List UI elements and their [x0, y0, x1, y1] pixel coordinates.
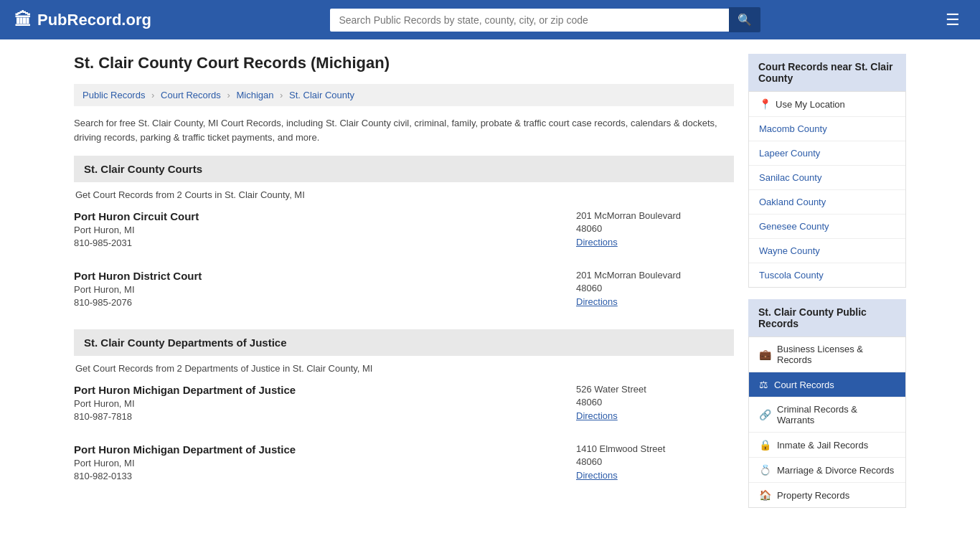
court-entry-2-name: Port Huron District Court: [74, 270, 576, 282]
justice-entry-1-left: Port Huron Michigan Department of Justic…: [74, 384, 576, 422]
lock-icon: 🔒: [759, 439, 771, 451]
site-logo[interactable]: 🏛 PubRecord.org: [14, 10, 151, 30]
justice-entry-1-address: 526 Water Street: [576, 384, 734, 395]
sidebar-marriage-records[interactable]: 💍 Marriage & Divorce Records: [749, 458, 905, 483]
court-entry-1-address: 201 McMorran Boulevard: [576, 210, 734, 221]
sidebar-criminal-records[interactable]: 🔗 Criminal Records & Warrants: [749, 397, 905, 433]
briefcase-icon: 💼: [759, 349, 771, 360]
nearby-lapeer[interactable]: Lapeer County: [749, 141, 905, 166]
breadcrumb-sep-1: ›: [151, 90, 154, 100]
inmate-records-label: Inmate & Jail Records: [777, 440, 895, 451]
breadcrumb-michigan[interactable]: Michigan: [236, 90, 273, 100]
use-location-label: Use My Location: [776, 99, 845, 110]
breadcrumb-court-records[interactable]: Court Records: [161, 90, 221, 100]
sidebar-court-records[interactable]: ⚖ Court Records: [749, 372, 905, 397]
nearby-genesee[interactable]: Genesee County: [749, 215, 905, 239]
scales-icon: ⚖: [759, 379, 768, 390]
court-records-label: Court Records: [774, 380, 895, 390]
court-entry-2-zip: 48060: [576, 283, 734, 293]
court-entry-1-left: Port Huron Circuit Court Port Huron, MI …: [74, 210, 576, 248]
criminal-records-label: Criminal Records & Warrants: [777, 404, 895, 425]
justice-entry-2-address: 1410 Elmwood Street: [576, 443, 734, 454]
court-entry-1-zip: 48060: [576, 223, 734, 234]
ring-icon: 💍: [759, 464, 771, 476]
main-container: St. Clair County Court Records (Michigan…: [60, 39, 920, 534]
sidebar: Court Records near St. Clair County 📍 Us…: [748, 54, 906, 519]
sidebar-property-records[interactable]: 🏠 Property Records: [749, 483, 905, 507]
marriage-records-label: Marriage & Divorce Records: [777, 465, 895, 476]
justice-entry-1-directions[interactable]: Directions: [576, 410, 618, 421]
court-entry-1-right: 201 McMorran Boulevard 48060 Directions: [576, 210, 734, 248]
link-icon: 🔗: [759, 409, 771, 420]
justice-entry-1-name: Port Huron Michigan Department of Justic…: [74, 384, 576, 396]
court-entry-2-address: 201 McMorran Boulevard: [576, 270, 734, 281]
court-entry-1-name: Port Huron Circuit Court: [74, 210, 576, 222]
sidebar-business-licenses[interactable]: 💼 Business Licenses & Records: [749, 337, 905, 372]
breadcrumb-sep-2: ›: [227, 90, 230, 100]
court-entry-1-city: Port Huron, MI: [74, 225, 576, 235]
nearby-macomb[interactable]: Macomb County: [749, 117, 905, 141]
search-icon: 🔍: [738, 14, 752, 26]
court-entry-2-right: 201 McMorran Boulevard 48060 Directions: [576, 270, 734, 308]
justice-section-header: St. Clair County Departments of Justice: [74, 329, 734, 356]
nearby-sanilac[interactable]: Sanilac County: [749, 166, 905, 190]
justice-entry-2-zip: 48060: [576, 456, 734, 467]
justice-entry-2-right: 1410 Elmwood Street 48060 Directions: [576, 443, 734, 481]
nearby-header: Court Records near St. Clair County: [748, 54, 906, 91]
court-entry-2-left: Port Huron District Court Port Huron, MI…: [74, 270, 576, 308]
court-entry-2: Port Huron District Court Port Huron, MI…: [74, 270, 734, 315]
nearby-wayne[interactable]: Wayne County: [749, 239, 905, 263]
court-entry-2-directions[interactable]: Directions: [576, 296, 618, 307]
page-description: Search for free St. Clair County, MI Cou…: [74, 116, 734, 144]
justice-entry-1: Port Huron Michigan Department of Justic…: [74, 384, 734, 429]
business-licenses-label: Business Licenses & Records: [777, 344, 895, 365]
public-records-header: St. Clair County Public Records: [748, 299, 906, 336]
court-entry-1-phone: 810-985-2031: [74, 237, 576, 248]
court-entry-2-phone: 810-985-2076: [74, 297, 576, 308]
breadcrumb-sep-3: ›: [280, 90, 283, 100]
house-icon: 🏠: [759, 489, 771, 501]
location-icon: 📍: [759, 98, 771, 110]
sidebar-inmate-records[interactable]: 🔒 Inmate & Jail Records: [749, 433, 905, 458]
justice-entry-2-name: Port Huron Michigan Department of Justic…: [74, 443, 576, 456]
justice-section-desc: Get Court Records from 2 Departments of …: [74, 363, 734, 374]
justice-entry-2: Port Huron Michigan Department of Justic…: [74, 443, 734, 489]
hamburger-icon: ☰: [946, 11, 960, 29]
courts-section-header: St. Clair County Courts: [74, 156, 734, 182]
justice-entry-2-city: Port Huron, MI: [74, 458, 576, 468]
breadcrumb-public-records[interactable]: Public Records: [83, 90, 145, 100]
header: 🏛 PubRecord.org 🔍 ☰: [0, 0, 980, 39]
search-bar: 🔍: [330, 7, 760, 32]
breadcrumb-st-clair[interactable]: St. Clair County: [289, 90, 354, 100]
court-entry-1: Port Huron Circuit Court Port Huron, MI …: [74, 210, 734, 255]
page-title: St. Clair County Court Records (Michigan…: [74, 54, 734, 72]
justice-entry-1-phone: 810-987-7818: [74, 411, 576, 422]
justice-entry-1-zip: 48060: [576, 397, 734, 408]
public-records-list: 💼 Business Licenses & Records ⚖ Court Re…: [748, 336, 906, 508]
search-button[interactable]: 🔍: [729, 7, 760, 32]
justice-entry-2-left: Port Huron Michigan Department of Justic…: [74, 443, 576, 481]
justice-entry-1-city: Port Huron, MI: [74, 398, 576, 409]
court-entry-1-directions[interactable]: Directions: [576, 237, 618, 248]
nearby-tuscola[interactable]: Tuscola County: [749, 263, 905, 287]
property-records-label: Property Records: [777, 490, 895, 501]
justice-entry-2-phone: 810-982-0133: [74, 471, 576, 481]
site-name: PubRecord.org: [37, 11, 151, 29]
building-icon: 🏛: [14, 10, 32, 30]
court-entry-2-city: Port Huron, MI: [74, 284, 576, 295]
use-my-location[interactable]: 📍 Use My Location: [749, 92, 905, 117]
search-input[interactable]: [330, 9, 729, 32]
menu-button[interactable]: ☰: [940, 8, 966, 32]
justice-entry-2-directions[interactable]: Directions: [576, 470, 618, 481]
nearby-oakland[interactable]: Oakland County: [749, 190, 905, 215]
content-area: St. Clair County Court Records (Michigan…: [74, 54, 734, 519]
breadcrumb: Public Records › Court Records › Michiga…: [74, 84, 734, 106]
justice-entry-1-right: 526 Water Street 48060 Directions: [576, 384, 734, 422]
courts-section-desc: Get Court Records from 2 Courts in St. C…: [74, 189, 734, 200]
nearby-counties-list: 📍 Use My Location Macomb County Lapeer C…: [748, 91, 906, 288]
